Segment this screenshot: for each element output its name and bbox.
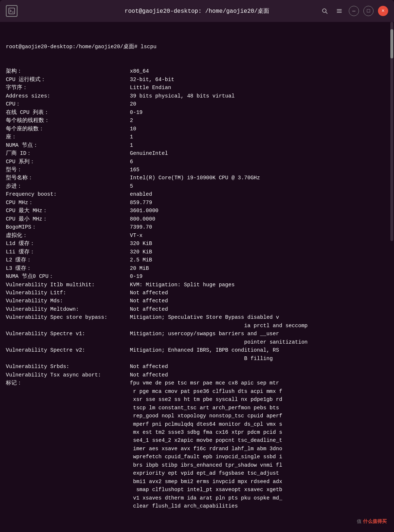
table-row: Vulnerability Spectre v1:Mitigation; use… [6,330,388,346]
row-value: 10 [130,125,136,133]
titlebar-title: root@gaojie20-desktop: /home/gaojie20/桌面 [125,7,270,15]
table-row: CPU 最小 MHz：800.0000 [6,215,388,223]
table-row: 座：1 [6,133,388,141]
table-row: NUMA 节点：1 [6,141,388,149]
row-label: Address sizes: [6,92,130,100]
table-row: L2 缓存：2.5 MiB [6,256,388,264]
table-row: Frequency boost:enabled [6,190,388,198]
row-value: Not affected [130,289,168,297]
table-row: Vulnerability Itlb multihit:KVM: Mitigat… [6,281,388,289]
terminal-content: root@gaojie20-desktop:/home/gaojie20/桌面#… [0,22,394,532]
row-value: 7399.70 [130,223,152,231]
row-value: Little Endian [130,84,171,92]
table-row: 每个座的核数：10 [6,125,388,133]
row-label: CPU MHz： [6,199,130,207]
row-label: 字节序： [6,84,130,92]
row-label: CPU 运行模式： [6,76,130,84]
row-label: L3 缓存： [6,264,130,272]
table-row: Vulnerability Spectre v2:Mitigation; Enh… [6,346,388,363]
table-row: BogoMIPS：7399.70 [6,223,388,231]
table-row: 厂商 ID：GenuineIntel [6,149,388,157]
row-label: Vulnerability Mds: [6,297,130,305]
row-value: 1 [130,141,133,149]
row-label: 座： [6,133,130,141]
terminal-window: root@gaojie20-desktop: /home/gaojie20/桌面… [0,0,394,532]
row-value: Mitigation; Enhanced IBRS, IBPB conditio… [130,346,279,363]
watermark: 值 什么值得买 [357,518,387,525]
row-label: Vulnerability Srbds: [6,363,130,371]
table-row: 每个核的线程数：2 [6,116,388,125]
row-value: 3601.0000 [130,207,158,215]
row-value: 2.5 MiB [130,256,152,264]
row-label: Vulnerability Meltdown: [6,305,130,313]
table-row: Vulnerability Srbds:Not affected [6,363,388,371]
row-value: VT-x [130,231,143,240]
row-value: x86_64 [130,67,149,75]
row-value: 39 bits physical, 48 bits virtual [130,92,235,100]
row-label: 在线 CPU 列表： [6,108,130,116]
row-label: 每个座的核数： [6,125,130,133]
row-label: 步进： [6,182,130,190]
row-value: 20 [130,100,136,108]
row-label: CPU 系列： [6,158,130,166]
row-value: 2 [130,116,133,125]
scrollbar-thumb[interactable] [390,29,393,58]
svg-rect-0 [9,8,15,14]
row-label: Vulnerability Tsx async abort: [6,371,130,379]
row-label: Vulnerability L1tf: [6,289,130,297]
row-value: Intel(R) Core(TM) i9-10900K CPU @ 3.70GH… [130,174,260,182]
table-row: Address sizes:39 bits physical, 48 bits … [6,92,388,100]
row-value: Not affected [130,297,168,305]
row-label: CPU： [6,100,130,108]
svg-line-3 [326,12,327,14]
row-label: CPU 最大 MHz： [6,207,130,215]
close-button[interactable]: × [378,6,388,16]
row-label: Vulnerability Spec store bypass: [6,313,130,330]
titlebar-controls: — □ × [320,6,388,16]
row-label: Vulnerability Spectre v2: [6,346,130,363]
row-value: GenuineIntel [130,149,168,157]
table-row: 在线 CPU 列表：0-19 [6,108,388,116]
scrollbar[interactable] [390,22,393,241]
table-row: Vulnerability Spec store bypass:Mitigati… [6,313,388,330]
table-row: CPU MHz：859.779 [6,199,388,207]
row-label: 虚拟化： [6,231,130,240]
row-value: Mitigation; Speculative Store Bypass dis… [130,313,308,330]
table-row: 架构：x86_64 [6,67,388,75]
row-value: Mitigation; usercopy/swapgs barriers and… [130,330,308,346]
table-row: L3 缓存：20 MiB [6,264,388,272]
row-label: 标记： [6,379,130,510]
search-button[interactable] [320,6,330,16]
row-label: L1i 缓存： [6,248,130,256]
row-label: 厂商 ID： [6,149,130,157]
table-row: 字节序：Little Endian [6,84,388,92]
table-row: 虚拟化：VT-x [6,231,388,240]
menu-button[interactable] [334,6,344,16]
row-value: 5 [130,182,133,190]
lscpu-output: 架构：x86_64CPU 运行模式：32-bit, 64-bit字节序：Litt… [6,67,388,510]
row-value: Not affected [130,305,168,313]
table-row: 型号名称：Intel(R) Core(TM) i9-10900K CPU @ 3… [6,174,388,182]
row-value: 32-bit, 64-bit [130,76,174,84]
table-row: L1d 缓存：320 KiB [6,240,388,248]
row-label: 每个核的线程数： [6,116,130,125]
table-row: CPU：20 [6,100,388,108]
row-value: 165 [130,166,139,174]
prompt-line: root@gaojie20-desktop:/home/gaojie20/桌面#… [6,43,388,51]
table-row: NUMA 节点0 CPU：0-19 [6,272,388,280]
row-label: BogoMIPS： [6,223,130,231]
row-value: 0-19 [130,108,143,116]
titlebar-left [6,5,18,17]
row-value: 859.779 [130,199,152,207]
row-value: 1 [130,133,133,141]
row-label: 型号： [6,166,130,174]
row-value: 320 KiB [130,248,152,256]
maximize-button[interactable]: □ [363,6,374,16]
table-row: CPU 最大 MHz：3601.0000 [6,207,388,215]
table-row: CPU 系列：6 [6,158,388,166]
table-row: 型号：165 [6,166,388,174]
row-label: CPU 最小 MHz： [6,215,130,223]
minimize-button[interactable]: — [349,6,359,16]
row-label: 型号名称： [6,174,130,182]
row-value: fpu vme de pse tsc msr pae mce cx8 apic … [130,379,282,510]
